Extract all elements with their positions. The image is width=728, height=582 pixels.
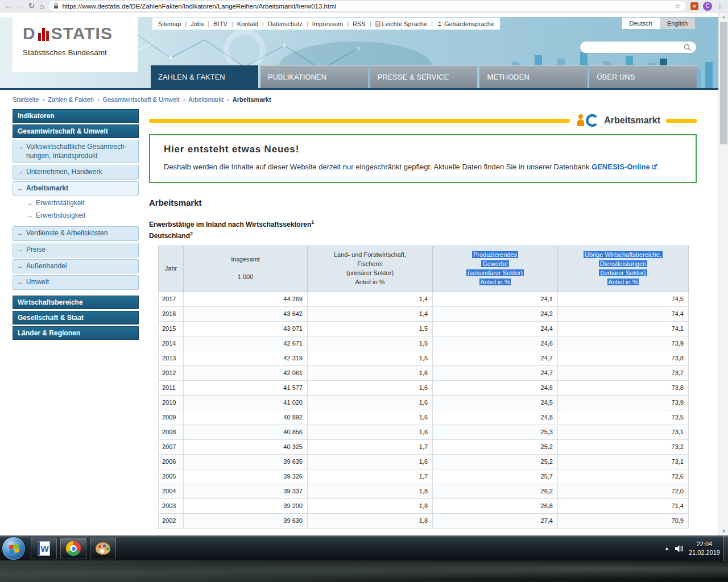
logo-bars-icon — [38, 28, 49, 41]
profile-avatar[interactable]: C — [703, 2, 712, 11]
start-button[interactable] — [2, 537, 25, 560]
col-header-primaerer-sektor: Land- und Forstwirtschaft, Fischerei (pr… — [308, 246, 433, 292]
sidebar-item-vgr[interactable]: →Volkswirtschaftliche Gesamtrech-nungen,… — [13, 140, 139, 163]
extension-icon[interactable]: » — [690, 2, 698, 10]
search-icon[interactable] — [684, 44, 691, 51]
primary-cell: 1,7 — [308, 469, 433, 484]
footnote-2: 2 — [190, 231, 193, 236]
nav-tab-publikationen[interactable]: PUBLIKATIONEN — [260, 65, 368, 88]
breadcrumb-gesamtwirtschaft[interactable]: Gesamtwirtschaft & Umwelt — [103, 96, 180, 103]
meta-link-leichte-sprache[interactable]: Leichte Sprache — [375, 20, 428, 27]
scroll-up-icon[interactable]: ▲ — [719, 13, 728, 21]
total-cell: 41 577 — [184, 380, 308, 395]
lang-english-button[interactable]: English — [660, 18, 695, 29]
back-icon[interactable]: ← — [5, 2, 12, 10]
tertiary-cell: 73,8 — [558, 351, 689, 365]
sidebar-header-indikatoren[interactable]: Indikatoren — [13, 109, 139, 123]
breadcrumb-arbeitsmarkt[interactable]: Arbeitsmarkt — [188, 96, 224, 103]
meta-link-gebaerdensprache[interactable]: Gebärdensprache — [437, 20, 494, 27]
year-cell: 2007 — [159, 439, 184, 454]
sidebar-header-wirtschaftsbereiche[interactable]: Wirtschaftsbereiche — [13, 296, 139, 309]
address-bar[interactable]: https://www.destatis.de/DE/ZahlenFakten/… — [48, 1, 686, 11]
webpage: D STATIS Statistisches Bundesamt Sitemap… — [0, 13, 718, 535]
taskbar: W ▲ 22:04 21.02.2019 — [0, 535, 728, 560]
breadcrumb-startseite[interactable]: Startseite — [13, 96, 39, 103]
nav-tab-methoden[interactable]: METHODEN — [479, 65, 587, 88]
tertiary-cell: 74,1 — [558, 321, 689, 336]
primary-cell: 1,6 — [308, 395, 433, 410]
meta-link-sitemap[interactable]: Sitemap — [158, 20, 181, 27]
total-cell: 39 326 — [184, 469, 308, 484]
col-header-sekundaerer-sektor: Produzierendes Gewerbe (sekundärer Sekto… — [433, 246, 558, 292]
yellow-rule — [666, 119, 697, 123]
primary-cell: 1,6 — [308, 380, 433, 395]
tertiary-cell: 73,7 — [558, 365, 689, 380]
table-row: 2006 39 635 1,6 25,2 73,1 — [159, 454, 689, 469]
sidebar-item-arbeitsmarkt[interactable]: →Arbeitsmarkt — [13, 181, 139, 196]
destatis-logo[interactable]: D STATIS Statistisches Bundesamt — [13, 17, 138, 72]
tertiary-cell: 72,6 — [558, 469, 689, 484]
site-search[interactable] — [580, 41, 697, 53]
external-link-icon — [652, 164, 657, 169]
table-row: 2008 40 856 1,6 25,3 73,1 — [159, 425, 689, 439]
tertiary-cell: 73,8 — [558, 380, 689, 395]
home-icon[interactable]: ⌂ — [39, 2, 44, 10]
volume-icon[interactable] — [675, 545, 683, 552]
bookmark-star-icon[interactable]: ☆ — [675, 2, 681, 10]
primary-cell: 1,8 — [308, 484, 433, 498]
meta-link-jobs[interactable]: Jobs — [191, 20, 204, 27]
meta-link-rss[interactable]: RSS — [353, 20, 366, 27]
secondary-cell: 25,7 — [433, 469, 558, 484]
paint-icon — [96, 542, 110, 555]
sidebar-item-erwerbslosigkeit[interactable]: →Erwerbslosigkeit — [13, 210, 139, 221]
taskbar-word-button[interactable]: W — [31, 538, 57, 559]
notice-title: Hier entsteht etwas Neues! — [164, 144, 682, 155]
meta-link-datenschutz[interactable]: Datenschutz — [268, 20, 303, 27]
breadcrumb-zahlen-fakten[interactable]: Zahlen & Fakten — [48, 96, 94, 103]
browser-menu-icon[interactable]: ⋮ — [717, 2, 723, 10]
breadcrumb-current: Arbeitsmarkt — [233, 96, 271, 103]
primary-cell: 1,8 — [308, 513, 433, 528]
sidebar-item-umwelt[interactable]: →Umwelt — [13, 275, 139, 290]
genesis-online-link[interactable]: GENESIS-Online — [592, 163, 658, 171]
refresh-icon[interactable]: ↻ — [28, 2, 35, 10]
tray-expand-icon[interactable]: ▲ — [664, 546, 669, 551]
lang-deutsch-button[interactable]: Deutsch — [622, 18, 660, 29]
arrow-icon: → — [16, 229, 23, 238]
sidebar-item-unternehmen[interactable]: →Unternehmen, Handwerk — [13, 165, 139, 180]
sidebar-item-preise[interactable]: →Preise — [13, 243, 139, 257]
notice-body: Deshalb werden die Inhalte auf dieser We… — [164, 161, 682, 173]
meta-link-bitv[interactable]: BITV — [213, 20, 227, 27]
meta-link-impressum[interactable]: Impressum — [312, 20, 343, 27]
show-desktop-button[interactable] — [723, 536, 728, 561]
table-row: 2005 39 326 1,7 25,7 72,6 — [159, 469, 689, 484]
year-cell: 2006 — [159, 454, 184, 469]
year-cell: 2013 — [159, 351, 184, 365]
primary-cell: 1,6 — [308, 410, 433, 425]
taskbar-chrome-button[interactable] — [60, 538, 86, 559]
sidebar-item-aussenhandel[interactable]: →Außenhandel — [13, 259, 139, 274]
year-cell: 2010 — [159, 395, 184, 410]
meta-link-kontakt[interactable]: Kontakt — [237, 20, 258, 27]
gebaerdensprache-icon — [437, 21, 442, 27]
search-input[interactable] — [585, 43, 684, 51]
tertiary-cell: 73,9 — [558, 395, 689, 410]
taskbar-clock[interactable]: 22:04 21.02.2019 — [689, 540, 720, 557]
scrollbar-thumb[interactable] — [720, 22, 727, 144]
sidebar-item-verdienste[interactable]: →Verdienste & Arbeitskosten — [13, 226, 139, 241]
scrollbar[interactable]: ▲ ▼ — [718, 13, 728, 535]
forward-icon[interactable]: → — [16, 2, 24, 10]
sidebar-header-gesamtwirtschaft[interactable]: Gesamtwirtschaft & Umwelt — [13, 124, 139, 138]
col-header-insgesamt: Insgesamt 1 000 — [184, 246, 308, 292]
total-cell: 43 642 — [184, 306, 308, 321]
scroll-down-icon[interactable]: ▼ — [719, 527, 728, 535]
primary-cell: 1,4 — [308, 306, 433, 321]
sidebar-header-laender-regionen[interactable]: Länder & Regionen — [13, 326, 139, 340]
nav-tab-zahlen-fakten[interactable]: ZAHLEN & FAKTEN — [151, 65, 258, 88]
taskbar-paint-button[interactable] — [90, 538, 116, 559]
sidebar-header-gesellschaft-staat[interactable]: Gesellschaft & Staat — [13, 311, 139, 325]
sidebar-item-erwerbstaetigkeit[interactable]: →Erwerbstätigkeit — [13, 197, 139, 209]
nav-tab-presse-service[interactable]: PRESSE & SERVICE — [370, 65, 478, 88]
logo-text-rest: STATIS — [51, 26, 113, 41]
nav-tab-ueber-uns[interactable]: ÜBER UNS — [589, 65, 697, 88]
